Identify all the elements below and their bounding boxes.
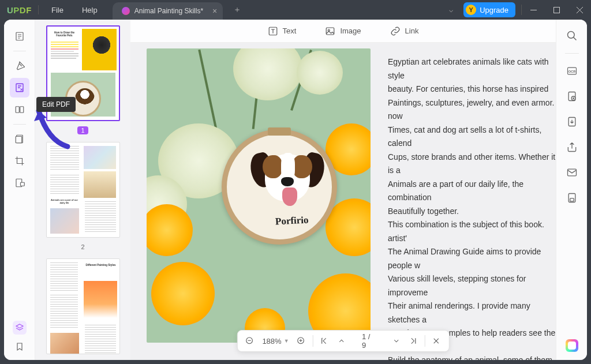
bookmark-button[interactable] — [15, 342, 24, 354]
window-minimize-button[interactable] — [522, 0, 545, 20]
thumbnail-page-3[interactable]: Different Painting Styles 3 — [46, 258, 120, 360]
document-area[interactable]: Porfirio Egyptian art celebrates animals… — [130, 43, 556, 360]
document-image: Porfirio — [147, 48, 371, 343]
next-page-button[interactable] — [388, 333, 404, 349]
ai-assistant-button[interactable] — [566, 339, 578, 352]
edit-toolbar: Text Image Link — [130, 20, 556, 43]
svg-rect-3 — [16, 107, 19, 113]
first-page-button[interactable] — [317, 333, 332, 349]
protect-button[interactable] — [564, 88, 580, 104]
svg-rect-22 — [570, 198, 574, 201]
add-link-button[interactable]: Link — [390, 26, 419, 36]
print-button[interactable] — [564, 190, 580, 206]
user-avatar: Y — [466, 5, 476, 15]
search-button[interactable] — [564, 28, 580, 44]
menu-help[interactable]: Help — [73, 6, 107, 14]
email-button[interactable] — [564, 164, 580, 181]
tab-title: Animal Painting Skills* — [134, 7, 203, 15]
tab-icon — [122, 7, 130, 15]
right-toolbar: OCR — [556, 20, 587, 360]
main-view: Text Image Link — [130, 20, 556, 360]
document-tab[interactable]: Animal Painting Skills* × — [113, 2, 223, 20]
close-bar-button[interactable] — [429, 333, 444, 349]
edit-pdf-tool[interactable] — [10, 78, 29, 97]
thumb-1-number: 1 — [77, 126, 88, 134]
tabs-dropdown-button[interactable]: ⌵ — [439, 6, 463, 14]
zoom-in-button[interactable] — [294, 333, 309, 349]
last-page-button[interactable] — [406, 333, 421, 349]
upgrade-label: Upgrade — [480, 6, 508, 14]
window-maximize-button[interactable] — [545, 0, 568, 20]
comment-tool[interactable] — [10, 56, 29, 76]
layers-button[interactable] — [13, 321, 27, 335]
page-tools[interactable] — [10, 129, 29, 149]
svg-rect-10 — [327, 28, 335, 35]
page-indicator[interactable]: 1 / 9 — [350, 332, 388, 350]
thumbnail-page-2[interactable]: Animals are a part of our daily life 2 — [46, 142, 120, 252]
reader-tool[interactable] — [10, 27, 29, 46]
tab-close-button[interactable]: × — [212, 6, 217, 16]
redact-tool[interactable] — [10, 173, 29, 193]
titlebar: UPDF File Help Animal Painting Skills* ×… — [0, 0, 591, 20]
svg-point-14 — [567, 32, 574, 39]
thumbnail-panel: How to Draw the Favorite Pets 1 Ani — [35, 20, 130, 360]
menu-file[interactable]: File — [42, 6, 73, 14]
prev-page-button[interactable] — [334, 333, 349, 349]
add-text-button[interactable]: Text — [268, 26, 297, 36]
crop-tool[interactable] — [10, 151, 29, 171]
svg-rect-4 — [20, 107, 23, 113]
ocr-button[interactable]: OCR — [564, 63, 580, 79]
svg-rect-8 — [20, 182, 24, 186]
zoom-level-dropdown[interactable]: 188%▼ — [259, 337, 292, 346]
hoop-signature: Porfirio — [275, 215, 309, 228]
app-logo: UPDF — [0, 5, 35, 15]
embroidery-hoop: Porfirio — [222, 129, 337, 245]
svg-rect-20 — [567, 169, 576, 176]
zoom-page-bar: 188%▼ 1 / 9 — [237, 330, 450, 352]
organize-pages-tool[interactable] — [10, 100, 29, 119]
thumb-2-number: 2 — [81, 243, 84, 250]
add-image-button[interactable]: Image — [325, 26, 361, 36]
svg-rect-0 — [553, 7, 559, 13]
document-text[interactable]: Egyptian art celebrates animals like cat… — [371, 48, 556, 354]
svg-rect-6 — [16, 137, 22, 143]
upgrade-button[interactable]: Y Upgrade — [463, 2, 515, 17]
left-toolbar — [4, 20, 35, 360]
edit-pdf-tooltip: Edit PDF — [36, 97, 76, 112]
app-body: Edit PDF How to Draw the Favorite Pets — [4, 20, 587, 360]
window-close-button[interactable] — [568, 0, 591, 20]
svg-text:OCR: OCR — [568, 70, 576, 73]
export-button[interactable] — [564, 114, 580, 130]
zoom-out-button[interactable] — [242, 333, 257, 349]
new-tab-button[interactable]: ＋ — [229, 2, 246, 17]
share-button[interactable] — [564, 139, 580, 155]
